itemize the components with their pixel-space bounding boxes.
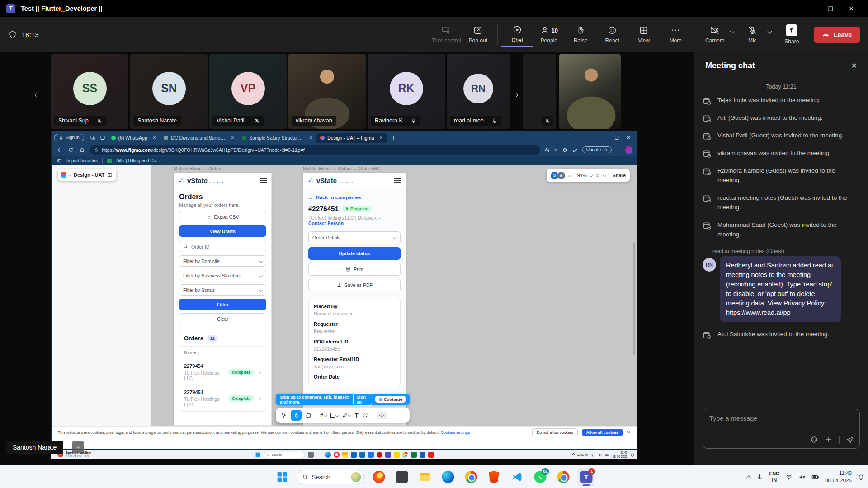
window-close-button[interactable]: ✕	[841, 0, 862, 17]
collaborator-avatar[interactable]: A	[557, 172, 565, 179]
browser-tab-active[interactable]: Design - UAT – Figma✕	[316, 133, 386, 143]
frame-tool-icon[interactable]: #	[320, 412, 326, 418]
emoji-icon[interactable]	[810, 436, 818, 444]
view-drafts-button[interactable]: View Drafts	[179, 225, 266, 237]
banner-signup-button[interactable]: Sign up	[353, 393, 373, 406]
history-icon[interactable]	[562, 147, 568, 153]
excel-icon[interactable]	[411, 452, 417, 458]
camera-options-chevron[interactable]	[730, 29, 735, 34]
export-csv-button[interactable]: Export CSV	[179, 211, 266, 222]
photos-icon[interactable]	[368, 452, 374, 458]
frame-label[interactable]: Mobile: Home → Orders → Order ABC	[303, 166, 381, 171]
language-indicator[interactable]: ENG IN	[769, 471, 779, 483]
workspaces-icon[interactable]	[90, 135, 95, 141]
read-aloud-icon[interactable]: A)	[545, 147, 549, 152]
new-tab-button[interactable]: ＋	[391, 134, 396, 142]
volume-icon[interactable]	[598, 453, 602, 457]
send-icon[interactable]	[846, 436, 854, 444]
design-frame-orders[interactable]: vState FILINGS Orders Manage all your or…	[174, 173, 272, 426]
browser-maximize-button[interactable]: ❑	[615, 135, 619, 140]
tab-actions-icon[interactable]	[100, 135, 105, 141]
battery-icon[interactable]	[811, 473, 819, 481]
file-explorer-icon[interactable]	[342, 452, 348, 458]
present-chevron[interactable]	[603, 174, 606, 177]
pen-tool-icon[interactable]	[342, 413, 351, 418]
remote-app-icon[interactable]	[308, 452, 314, 458]
browser-signin-button[interactable]: Sign in	[54, 134, 84, 141]
taskbar-app-icon[interactable]	[393, 468, 410, 486]
people-button[interactable]: 10 People	[533, 23, 565, 47]
tab-close-icon[interactable]: ✕	[379, 136, 383, 140]
canvas-scrollbar[interactable]	[633, 242, 635, 355]
participant-tile[interactable]: VP Vishal Patil ...	[209, 54, 287, 129]
window-maximize-button[interactable]: ❑	[820, 0, 841, 17]
chat-close-icon[interactable]: ✕	[851, 61, 857, 70]
frame-label[interactable]: Mobile: Home → Orders	[174, 166, 222, 171]
tab-close-icon[interactable]: ✕	[309, 136, 313, 140]
hamburger-menu-icon[interactable]	[260, 178, 267, 183]
participant-tile-photo[interactable]	[559, 54, 621, 129]
hamburger-menu-icon[interactable]	[394, 178, 401, 183]
opera-icon[interactable]	[334, 452, 340, 458]
presenter-overlay-expand-button[interactable]: ＋	[72, 441, 84, 453]
edge-icon[interactable]	[325, 452, 331, 458]
browser-close-button[interactable]: ✕	[627, 135, 631, 140]
remote-search-box[interactable]: Search	[264, 452, 305, 458]
move-tool-icon[interactable]	[281, 413, 287, 418]
comment-tool-icon[interactable]	[306, 413, 311, 418]
browser-tab[interactable]: DC Divisions and Surroundings✕	[160, 133, 238, 143]
taskbar-edge-icon[interactable]	[439, 468, 457, 486]
volume-muted-icon[interactable]	[798, 474, 806, 481]
home-icon[interactable]	[79, 147, 85, 153]
mic-options-chevron[interactable]	[768, 29, 772, 34]
text-tool-icon[interactable]: T	[355, 412, 359, 419]
order-row[interactable]: 2279451TL Flex Holdings LLC Complete ›	[179, 385, 266, 411]
chat-message-input[interactable]: Type a message	[703, 409, 860, 449]
tab-close-icon[interactable]: ✕	[231, 136, 235, 140]
react-button[interactable]: React	[596, 23, 628, 47]
figma-share-button[interactable]: Share	[613, 173, 626, 178]
notification-bell-icon[interactable]	[630, 453, 635, 457]
zoom-chevron[interactable]	[590, 174, 593, 177]
edit-collections-icon[interactable]	[572, 147, 578, 153]
acrobat-icon[interactable]	[428, 452, 434, 458]
column-header-name[interactable]: Name ↓	[179, 346, 266, 359]
camera-button[interactable]: Camera	[699, 23, 731, 47]
order-row[interactable]: 2279454TL Flex Holdings LLC Complete ›	[179, 359, 266, 385]
refresh-icon[interactable]	[68, 147, 74, 153]
remote-start-button[interactable]	[255, 452, 261, 458]
participant-tile[interactable]: SN Santosh Narate	[130, 54, 208, 129]
taskbar-brave-icon[interactable]	[486, 468, 503, 486]
cookie-settings-link[interactable]: Cookies settings	[441, 430, 470, 435]
remote-teams-icon[interactable]	[385, 452, 391, 458]
save-pdf-button[interactable]: Save as PDF	[308, 279, 401, 291]
file-menu-chevron[interactable]	[68, 173, 71, 176]
filter-domicile-dropdown[interactable]: Filter by Domicile	[179, 255, 266, 267]
taskbar-search-box[interactable]: Search	[297, 470, 364, 484]
tab-close-icon[interactable]: ✕	[153, 136, 156, 140]
order-details-dropdown[interactable]: Order Details	[308, 231, 401, 244]
taskbar-chrome-profile-icon[interactable]	[555, 468, 572, 486]
remote-language-indicator[interactable]: ENG IN	[577, 453, 587, 456]
chrome-icon[interactable]	[402, 452, 408, 458]
participant-tile[interactable]: SS Shivani Sup...	[51, 54, 128, 129]
actions-tool-icon[interactable]	[363, 413, 368, 418]
figma-file-chip[interactable]: Design - UAT	[58, 169, 116, 181]
url-bar[interactable]: https://www.figma.com/design/9BKQ0FOHRWa…	[90, 145, 540, 155]
taskbar-firefox-icon[interactable]	[370, 468, 387, 486]
banner-google-continue-button[interactable]: G Continue	[375, 396, 406, 403]
clear-button[interactable]: Clear	[179, 313, 266, 324]
update-status-button[interactable]: Update status	[308, 247, 401, 260]
more-button[interactable]: More	[660, 23, 691, 47]
present-play-icon[interactable]	[595, 173, 600, 178]
leave-button[interactable]: Leave	[814, 27, 860, 43]
tiles-scroll-left-button[interactable]	[30, 85, 43, 105]
message-bubble[interactable]: Redberyl and Santosh added read.ai meeti…	[720, 256, 841, 322]
notification-bell-icon[interactable]	[858, 474, 864, 480]
dev-mode-icon[interactable]: </>	[377, 412, 387, 419]
bills-bookmark-link[interactable]: Bills | Billing and Co...	[116, 158, 160, 163]
attach-plus-icon[interactable]	[825, 436, 833, 444]
wifi-icon[interactable]	[590, 453, 595, 457]
filter-button[interactable]: Filter	[179, 299, 266, 310]
zoom-level[interactable]: 94%	[577, 173, 587, 178]
